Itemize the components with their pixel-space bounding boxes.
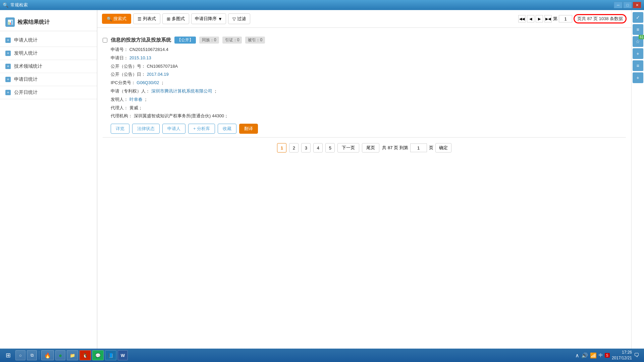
page-2[interactable]: 2 <box>289 143 299 153</box>
close-button[interactable]: ✕ <box>633 2 641 8</box>
sidebar-item-label-applicant: 申请人统计 <box>14 37 38 43</box>
windows-icon: ⊞ <box>6 352 11 359</box>
page-1[interactable]: 1 <box>277 143 286 153</box>
maximize-button[interactable]: □ <box>623 2 632 8</box>
list-view-icon: ☰ <box>138 16 142 21</box>
start-button[interactable]: ⊞ <box>2 350 14 361</box>
clock-time: 17:26 <box>612 350 632 355</box>
collect-button[interactable]: 收藏 <box>218 124 236 134</box>
inventor-value[interactable]: 叶幸春 <box>129 97 143 102</box>
count-badge: 61 <box>639 35 644 39</box>
grid-view-button[interactable]: ⊞ 多图式 <box>162 13 189 24</box>
title-bar-icon: 🔍 <box>3 2 8 8</box>
taskview-button[interactable]: ⧉ <box>27 350 37 360</box>
tray-notify[interactable]: 🗨 <box>634 352 639 358</box>
sidebar-item-tech[interactable]: + 技术领域统计 <box>0 60 97 73</box>
page-nav-bottom: 1 2 3 4 5 下一页 尾页 共 87 页 到第 页 确定 <box>103 137 626 158</box>
list-view-button[interactable]: ☰ 列表式 <box>133 13 160 24</box>
sidebar-item-appdate[interactable]: + 申请日统计 <box>0 73 97 86</box>
goto-input[interactable] <box>410 143 427 152</box>
taskbar-tray: ∧ 🔊 📶 中 S 17:26 2017/12/21 🗨 <box>573 350 642 361</box>
right-sidebar: ✓ ≡ ☆ 61 + ≡ + <box>631 10 644 349</box>
main-content: 🔍 搜索式 ☰ 列表式 ⊞ 多图式 申请日降序 ▼ ▽ 过滤 ◀◀ <box>97 10 631 349</box>
taskbar-app2[interactable]: e <box>55 350 65 360</box>
badge-same-family: 同族：0 <box>199 37 219 44</box>
agency-value: 深圳翼盛智成知识产权事务所(普通合伙) 44300； <box>134 113 228 118</box>
app-date-field: 申请日： 2015.10.13 <box>111 55 626 62</box>
star-icon: ☆ <box>636 39 640 44</box>
page-5[interactable]: 5 <box>325 143 335 153</box>
next-page-nav-button[interactable]: 下一页 <box>337 143 359 153</box>
sidebar-item-pubdate[interactable]: + 公开日统计 <box>0 86 97 99</box>
results-area[interactable]: 信息的投放方法及投放系统 【公开】 同族：0 引证：0 被引：0 申请号： CN… <box>97 28 631 349</box>
inventor-label: 发明人： <box>111 97 128 102</box>
right-add-doc-button[interactable]: + <box>633 72 643 83</box>
taskbar-separator-1 <box>39 351 39 360</box>
page-text: 第 <box>553 16 557 22</box>
patent-checkbox[interactable] <box>103 38 107 43</box>
patent-title: 信息的投放方法及投放系统 <box>111 37 171 43</box>
search-taskbar-button[interactable]: ○ <box>15 350 25 360</box>
taskbar-app1[interactable]: 🔥 <box>41 350 54 360</box>
page-4[interactable]: 4 <box>313 143 323 153</box>
search-mode-button[interactable]: 🔍 搜索式 <box>102 14 131 24</box>
expand-icon-appdate: + <box>5 77 11 82</box>
app-no-field: 申请号： CN201510672814.4 <box>111 46 626 53</box>
right-plus-button[interactable]: + <box>633 48 643 59</box>
prev-page-button[interactable]: ◀ <box>527 15 534 22</box>
taskbar-app4[interactable]: 🐧 <box>79 350 91 360</box>
title-bar: 🔍 常规检索 ─ □ ✕ <box>0 0 644 10</box>
tray-expand[interactable]: ∧ <box>575 352 579 359</box>
pub-no-value: CN106570718A <box>147 64 178 69</box>
taskbar-app5[interactable]: 💬 <box>92 350 104 360</box>
last-page-nav-button[interactable]: 尾页 <box>362 143 379 153</box>
next-last-button[interactable]: ▶◀ <box>544 15 552 22</box>
app-date-label: 申请日： <box>111 55 128 60</box>
minimize-button[interactable]: ─ <box>614 2 623 8</box>
taskbar-app6[interactable]: 📘 <box>105 350 116 360</box>
ipc-value[interactable]: G06Q30/02 <box>137 80 159 85</box>
tray-network[interactable]: 📶 <box>590 352 597 359</box>
menu-icon: ≡ <box>636 27 639 32</box>
translate-button[interactable]: 翻译 <box>239 124 258 134</box>
right-menu-button[interactable]: ≡ <box>633 24 643 35</box>
sidebar-item-inventor[interactable]: + 发明人统计 <box>0 47 97 60</box>
taskbar-app7[interactable]: W <box>118 350 128 360</box>
taskbar-clock[interactable]: 17:26 2017/12/21 <box>612 350 632 361</box>
sidebar-item-applicant[interactable]: + 申请人统计 <box>0 34 97 47</box>
tray-input[interactable]: S <box>605 353 610 358</box>
applicant-button[interactable]: 申请人 <box>162 124 185 134</box>
sidebar: 📊 检索结果统计 + 申请人统计 + 发明人统计 + 技术领域统计 + 申请日统… <box>0 10 97 349</box>
agency-field: 代理机构： 深圳翼盛智成知识产权事务所(普通合伙) 44300； <box>111 113 626 120</box>
legal-button[interactable]: 法律状态 <box>132 124 160 134</box>
patent-card: 信息的投放方法及投放系统 【公开】 同族：0 引证：0 被引：0 申请号： CN… <box>103 33 626 137</box>
next-page-button[interactable]: ▶ <box>536 15 543 22</box>
applicant-value[interactable]: 深圳市腾讯计算机系统有限公司 <box>151 88 212 94</box>
page-3[interactable]: 3 <box>301 143 311 153</box>
filter-button[interactable]: ▽ 过滤 <box>228 13 250 24</box>
title-bar-title: 常规检索 <box>10 2 28 8</box>
first-page-button[interactable]: ◀◀ <box>518 15 526 22</box>
right-check-button[interactable]: ✓ <box>633 12 643 23</box>
pub-date-label: 公开（公告）日： <box>111 72 146 77</box>
page-input[interactable] <box>559 15 572 22</box>
detail-button[interactable]: 详览 <box>111 124 129 134</box>
tray-ime[interactable]: 中 <box>599 353 603 358</box>
pagination-nav: ◀◀ ◀ ▶ ▶◀ 第 页共 87 页 1038 条数据 <box>518 14 627 23</box>
inventor-field: 发明人： 叶幸春 ； <box>111 96 626 103</box>
grid-view-icon: ⊞ <box>167 16 170 21</box>
sort-button[interactable]: 申请日降序 ▼ <box>191 13 226 24</box>
pub-date-field: 公开（公告）日： 2017.04.19 <box>111 71 626 78</box>
app-date-value: 2015.10.13 <box>129 55 151 60</box>
right-doc-button[interactable]: ≡ <box>633 60 643 71</box>
taskbar-app3[interactable]: 📁 <box>67 350 78 360</box>
tray-volume[interactable]: 🔊 <box>581 352 588 359</box>
analysis-button[interactable]: + 分析库 <box>188 124 215 134</box>
app-no-value: CN201510672814.4 <box>129 47 168 52</box>
expand-icon-inventor: + <box>5 51 11 56</box>
sort-dropdown-icon: ▼ <box>218 16 222 21</box>
page-goto: 共 87 页 到第 页 确定 <box>382 143 451 153</box>
action-buttons: 详览 法律状态 申请人 + 分析库 收藏 翻译 <box>111 124 626 134</box>
pub-no-field: 公开（公告）号： CN106570718A <box>111 63 626 70</box>
confirm-button[interactable]: 确定 <box>435 143 451 153</box>
